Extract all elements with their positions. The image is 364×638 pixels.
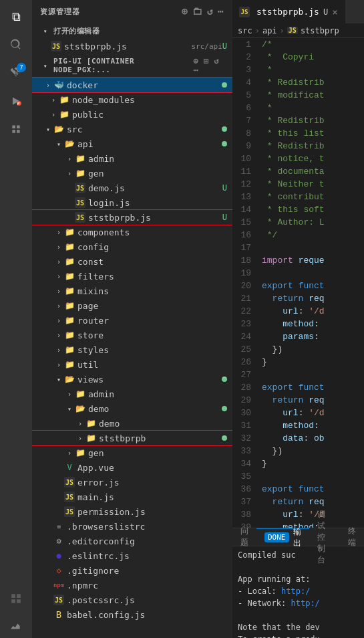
folder-mixins[interactable]: 📁 mixins (32, 284, 232, 298)
git-icon: ◇ (53, 565, 64, 576)
folder-router[interactable]: 📁 router (32, 313, 232, 328)
folder-ststbprpb[interactable]: 📁 ststbprpb (32, 431, 232, 445)
breadcrumb-src[interactable]: src (238, 26, 252, 35)
folder-util[interactable]: 📁 util (32, 357, 232, 372)
analytics-icon[interactable] (5, 615, 27, 638)
breadcrumb-file[interactable]: ststbprp (301, 26, 339, 35)
folder-docker[interactable]: 🐳 docker (32, 78, 232, 92)
api-chevron (53, 138, 64, 149)
file-main-js[interactable]: JS main.js (32, 490, 232, 504)
vue-icon: V (64, 462, 75, 473)
open-editor-ststbprpb[interactable]: JS ststbprpb.js src/api U (32, 39, 232, 54)
babel-icon: B (53, 609, 64, 620)
tab-close-button[interactable]: × (332, 7, 337, 17)
folder-admin[interactable]: 📁 admin (32, 151, 232, 166)
js-icon: JS (53, 595, 64, 605)
git-icon[interactable]: 7 (5, 62, 27, 84)
panel-tab-0[interactable]: 问题 (232, 528, 256, 546)
sidebar: 资源管理器 ⊕ 🗀 ↺ ⋯ 打开的编辑器 JS ststbprpb.js src… (32, 0, 232, 638)
api-icon: 📂 (64, 138, 75, 149)
folder-icon: 📁 (85, 418, 96, 429)
folder-store[interactable]: 📁 store (32, 328, 232, 342)
open-editor-path: src/api (191, 42, 222, 51)
file-login-js[interactable]: JS login.js (32, 195, 232, 210)
folder-node-modules[interactable]: 📁 node_modules (32, 92, 232, 107)
search-icon[interactable] (5, 33, 27, 56)
folder-filters[interactable]: 📁 filters (32, 269, 232, 284)
views-icon: 📂 (64, 374, 75, 385)
src-dot (222, 126, 227, 132)
folder-api[interactable]: 📂 api (32, 136, 232, 151)
panel-tab-2[interactable]: 调试控制台 (309, 528, 341, 546)
file-app-vue[interactable]: V App.vue (32, 460, 232, 475)
panel-tab-3[interactable]: 终端 (340, 528, 364, 546)
editor-content: 1 2 3 4 5 6 7 8 9 10 11 12 13 14 15 16 1… (232, 38, 364, 528)
folder-styles[interactable]: 📁 styles (32, 342, 232, 357)
open-editors-section[interactable]: 打开的编辑器 (32, 23, 232, 39)
js-icon: JS (51, 41, 61, 51)
file-eslintrc[interactable]: ● .eslintrc.js (32, 548, 232, 563)
file-babel-config[interactable]: B babel.config.js (32, 607, 232, 622)
api-dot (222, 141, 227, 146)
folder-icon: 📁 (85, 433, 96, 443)
folder-public[interactable]: 📁 public (32, 107, 232, 122)
panel-tabs: 问题DONE输出调试控制台终端 (232, 528, 364, 546)
folder-config[interactable]: 📁 config (32, 239, 232, 254)
local-link[interactable]: http:/ (281, 587, 310, 596)
container-chevron (40, 60, 51, 71)
file-npmrc[interactable]: npm .npmrc (32, 578, 232, 593)
run-icon[interactable] (5, 90, 27, 112)
demo-badge: U (222, 183, 232, 193)
store-chevron (53, 330, 64, 340)
file-demo-js[interactable]: JS demo.js U (32, 181, 232, 195)
js-icon: JS (64, 492, 75, 502)
container-icons: ⊕ ⊞ ↺ ⋯ (194, 56, 227, 75)
remote-icon[interactable] (5, 587, 27, 610)
js-icon: JS (75, 197, 85, 208)
files-icon[interactable]: ⧉ (5, 5, 27, 28)
tab-name: ststbprpb.js (256, 7, 319, 17)
tab-ststbprpb[interactable]: JS ststbprpb.js U × (232, 0, 345, 23)
router-chevron (53, 315, 64, 326)
breadcrumb-api[interactable]: api (262, 26, 277, 35)
refresh-icon[interactable]: ↺ (207, 5, 214, 17)
folder-demo-demo[interactable]: 📁 demo (32, 416, 232, 431)
file-error-js[interactable]: JS error.js (32, 475, 232, 490)
folder-icon: 📁 (64, 330, 75, 340)
panel-tab-1[interactable]: DONE输出 (256, 528, 309, 546)
folder-src[interactable]: 📂 src (32, 122, 232, 136)
folder-icon: 📁 (75, 153, 85, 164)
collapse-icon[interactable]: ⋯ (218, 5, 224, 17)
file-permission-js[interactable]: JS permission.js (32, 504, 232, 519)
views-gen-chevron (64, 447, 75, 458)
file-ststbprpb-js[interactable]: JS ststbprpb.js U (32, 210, 232, 225)
folder-views[interactable]: 📂 views (32, 372, 232, 387)
network-link[interactable]: http:/ (291, 599, 319, 608)
file-browserslistrc[interactable]: ≡ .browserslistrc (32, 519, 232, 534)
folder-const[interactable]: 📁 const (32, 254, 232, 269)
folder-icon: 📁 (64, 344, 75, 355)
src-chevron (43, 124, 53, 134)
code-area[interactable]: /* * Copyri * * Redistrib * modificat * … (256, 38, 364, 528)
folder-icon: 📁 (59, 94, 69, 105)
new-file-icon[interactable]: ⊕ (182, 5, 188, 17)
docker-dot (222, 82, 227, 88)
file-gitignore[interactable]: ◇ .gitignore (32, 563, 232, 578)
extensions-icon[interactable] (5, 118, 27, 140)
file-editorconfig[interactable]: ⚙ .editorconfig (32, 534, 232, 548)
folder-gen[interactable]: 📁 gen (32, 166, 232, 181)
folder-components[interactable]: 📁 components (32, 225, 232, 239)
browser-icon: ≡ (53, 521, 64, 532)
views-demo-icon: 📂 (75, 403, 85, 414)
views-admin-chevron (64, 389, 75, 399)
folder-views-admin[interactable]: 📁 admin (32, 387, 232, 401)
new-folder-icon[interactable]: 🗀 (192, 5, 203, 17)
folder-page[interactable]: 📁 page (32, 298, 232, 313)
npm-icon: npm (53, 580, 64, 591)
file-postcssrc[interactable]: JS .postcssrc.js (32, 593, 232, 607)
js-icon: JS (75, 212, 85, 223)
folder-views-demo[interactable]: 📂 demo (32, 401, 232, 416)
open-editors-chevron (40, 25, 51, 36)
container-section[interactable]: PIG-UI [CONTAINER NODE_PGX:... ⊕ ⊞ ↺ ⋯ (32, 54, 232, 78)
folder-views-gen[interactable]: 📁 gen (32, 445, 232, 460)
